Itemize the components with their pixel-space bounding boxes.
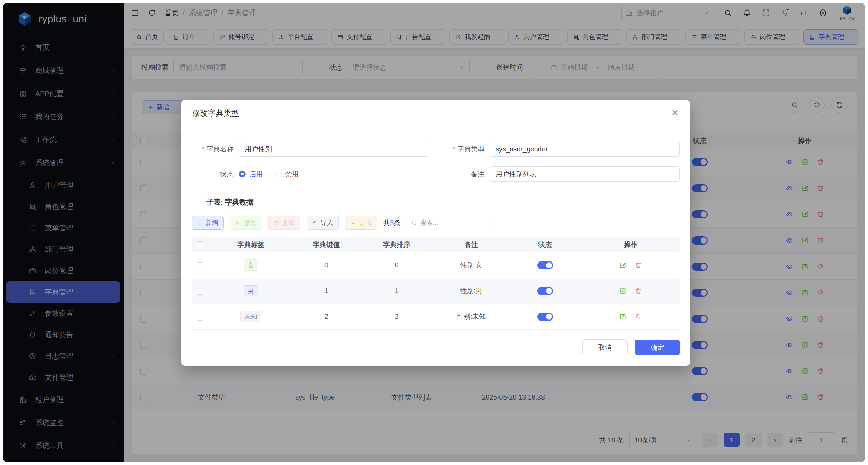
dict-table-row: 未知 2 2 性别:未知 (192, 304, 680, 330)
row-checkbox[interactable] (197, 262, 203, 269)
status-toggle[interactable] (537, 287, 553, 295)
dict-type-label: 字典类型 (442, 144, 485, 154)
status-label: 状态 (192, 170, 234, 179)
dict-column-header: 字典标签 (209, 237, 293, 252)
dict-value-cell: 1 (293, 278, 359, 304)
modal-title: 修改字典类型 (192, 108, 239, 118)
cancel-button[interactable]: 取消 (582, 339, 628, 355)
dict-column-header: 操作 (581, 237, 680, 252)
row-checkbox[interactable] (197, 288, 203, 295)
dict-name-label: 字典名称 (192, 144, 234, 154)
dict-value-cell: 2 (293, 304, 359, 330)
delete-icon (635, 287, 642, 295)
dict-table-row: 女 0 0 性别:女 (192, 252, 680, 278)
search-icon (411, 220, 417, 226)
remark-input[interactable]: 用户性别列表 (490, 166, 680, 182)
dict-name-group: 字典名称 用户性别 (192, 141, 429, 157)
trash-icon (274, 220, 279, 226)
edit-icon (619, 261, 627, 269)
edit-icon (619, 287, 627, 295)
status-toggle[interactable] (537, 313, 553, 321)
screen: ryplus_uni 首页 商城管理 APP配置 我的任务 工作流 系统管理 用… (0, 0, 868, 465)
status-group: 状态 启用 禁用 (192, 166, 429, 182)
dict-toolbar: 新增 修改 删除 导入 导出 共3条 搜索... (192, 216, 680, 230)
subtable-title: 子表: 字典数据 (206, 197, 254, 207)
dict-label-tag: 男 (244, 285, 258, 296)
edit-icon (235, 220, 241, 226)
dict-remark-cell: 性别:男 (434, 278, 509, 304)
dict-remark-cell: 性别:未知 (434, 304, 509, 330)
dict-sort-cell: 0 (359, 252, 434, 278)
dict-search-input[interactable]: 搜索... (407, 216, 496, 230)
dict-del-button[interactable]: 删除 (268, 216, 300, 230)
status-radio-1[interactable]: 禁用 (275, 170, 299, 179)
dict-label-tag: 女 (244, 259, 258, 271)
dict-remark-cell: 性别:女 (434, 252, 509, 278)
arrow-up-icon (312, 220, 318, 226)
dict-column-header: 状态 (509, 237, 581, 252)
edit-icon (619, 313, 627, 321)
dict-column-header: 备注 (434, 237, 509, 252)
dict-table-row: 男 1 1 性别:男 (192, 278, 680, 304)
status-radio-0[interactable]: 启用 (239, 170, 263, 179)
download-icon (350, 220, 356, 226)
radio-dot-icon (239, 171, 246, 177)
status-radios: 启用 禁用 (239, 170, 299, 179)
modal-footer: 取消 确定 (181, 339, 690, 366)
dict-imp-button[interactable]: 导入 (307, 216, 339, 230)
divider (192, 202, 201, 202)
dict-type-group: 字典类型 sys_user_gender (442, 141, 680, 157)
dict-type-input[interactable]: sys_user_gender (490, 141, 680, 157)
remark-label: 备注 (442, 170, 485, 179)
delete-icon (635, 261, 642, 269)
modal-body: 字典名称 用户性别 字典类型 sys_user_gender 状态 启用 禁用 … (181, 126, 690, 339)
divider (259, 202, 680, 202)
dict-exp-button[interactable]: 导出 (345, 216, 377, 230)
dict-label-tag: 未知 (240, 311, 261, 322)
dict-sort-cell: 1 (359, 278, 434, 304)
plus-icon (197, 220, 203, 226)
edit-dict-type-modal: 修改字典类型 ✕ 字典名称 用户性别 字典类型 sys_user_gender … (181, 100, 690, 366)
radio-dot-icon (275, 171, 282, 177)
dict-value-cell: 0 (293, 252, 359, 278)
row-checkbox[interactable] (197, 314, 203, 321)
dict-sort-cell: 2 (359, 304, 434, 330)
record-count: 共3条 (383, 218, 400, 228)
dict-form: 字典名称 用户性别 字典类型 sys_user_gender 状态 启用 禁用 … (192, 141, 680, 182)
dict-data-table: 字典标签字典键值字典排序备注状态操作 女 0 0 性别:女 男 1 1 性别:男… (192, 237, 680, 330)
dict-name-input[interactable]: 用户性别 (239, 141, 429, 157)
dict-column-header: 字典键值 (293, 237, 359, 252)
dict-table-header-row: 字典标签字典键值字典排序备注状态操作 (192, 237, 680, 252)
dict-column-header: 字典排序 (359, 237, 434, 252)
confirm-button[interactable]: 确定 (635, 340, 680, 355)
select-all-checkbox[interactable] (197, 241, 203, 248)
dict-add-button[interactable]: 新增 (192, 216, 224, 230)
subtable-section-header: 子表: 字典数据 (192, 197, 680, 207)
close-icon[interactable]: ✕ (671, 109, 679, 117)
status-toggle[interactable] (537, 261, 553, 269)
delete-icon (635, 313, 642, 321)
modal-header: 修改字典类型 ✕ (181, 100, 690, 126)
remark-group: 备注 用户性别列表 (442, 166, 680, 182)
dict-edit-button[interactable]: 修改 (230, 216, 262, 230)
